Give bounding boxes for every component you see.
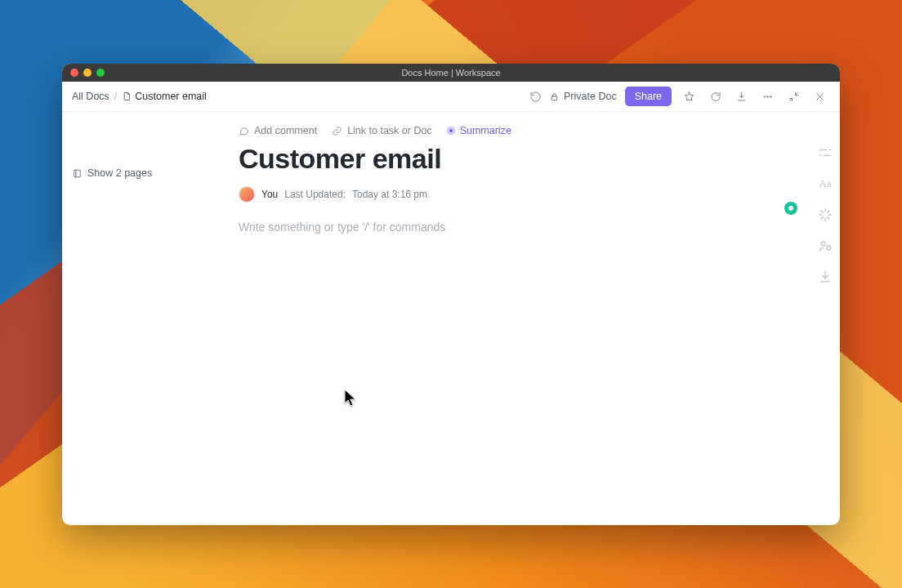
doc-actions: Add comment Link to task or Doc Summariz…: [239, 125, 807, 136]
svg-rect-0: [551, 96, 557, 100]
close-button[interactable]: [809, 86, 830, 107]
doc-meta: You Last Updated: Today at 3:16 pm: [239, 186, 807, 203]
share-button[interactable]: Share: [625, 87, 672, 106]
more-button[interactable]: [757, 86, 778, 107]
toolbar: All Docs / Customer email Private Doc Sh…: [62, 82, 840, 112]
add-comment-label: Add comment: [254, 125, 317, 136]
traffic-lights: [62, 69, 105, 77]
doc-title[interactable]: Customer email: [239, 143, 807, 175]
last-updated-value: Today at 3:16 pm: [352, 189, 427, 200]
doc-icon: [122, 91, 132, 101]
svg-point-2: [766, 96, 768, 97]
show-pages-label: Show 2 pages: [87, 167, 152, 179]
app-window: Docs Home | Workspace All Docs / Custome…: [62, 64, 840, 525]
collapse-button[interactable]: [783, 86, 804, 107]
rail-share-icon[interactable]: [817, 238, 833, 254]
svg-rect-4: [74, 170, 81, 177]
history-button[interactable]: [525, 86, 546, 107]
add-comment-button[interactable]: Add comment: [239, 125, 317, 136]
comments-button[interactable]: [704, 86, 726, 107]
summarize-button[interactable]: Summarize: [447, 125, 511, 136]
privacy-label: Private Doc: [564, 91, 617, 102]
comment-icon: [239, 126, 249, 136]
svg-point-3: [770, 96, 771, 97]
doc-main: Add comment Link to task or Doc Summariz…: [230, 112, 840, 525]
show-pages-toggle[interactable]: Show 2 pages: [72, 164, 221, 182]
summarize-label: Summarize: [460, 125, 511, 136]
doc-editor[interactable]: [239, 220, 807, 384]
privacy-indicator[interactable]: Private Doc: [549, 91, 617, 102]
author-avatar[interactable]: [239, 186, 255, 203]
window-title: Docs Home | Workspace: [62, 68, 840, 78]
favorite-button[interactable]: [678, 86, 699, 107]
rail-ai-icon[interactable]: [817, 207, 833, 223]
link-task-button[interactable]: Link to task or Doc: [332, 125, 432, 136]
svg-point-5: [821, 242, 825, 246]
doc-body: Show 2 pages Add comment Link to task or…: [62, 112, 840, 525]
window-minimize-button[interactable]: [83, 69, 92, 77]
last-updated-label: Last Updated:: [284, 189, 346, 200]
sidebar: Show 2 pages: [62, 112, 230, 525]
titlebar: Docs Home | Workspace: [62, 64, 840, 82]
svg-point-1: [763, 96, 765, 97]
breadcrumb-root[interactable]: All Docs: [72, 91, 109, 102]
window-zoom-button[interactable]: [96, 69, 105, 77]
window-close-button[interactable]: [70, 69, 78, 77]
pages-icon: [72, 168, 83, 179]
download-button[interactable]: [730, 86, 752, 107]
link-task-label: Link to task or Doc: [347, 125, 432, 136]
right-rail: Aa: [817, 145, 833, 285]
rail-settings-icon[interactable]: [817, 145, 833, 161]
ai-icon: [447, 127, 455, 135]
lock-icon: [549, 91, 560, 102]
rail-export-icon[interactable]: [817, 269, 833, 285]
svg-point-6: [827, 246, 831, 250]
breadcrumb-separator: /: [114, 91, 117, 102]
grammarly-badge[interactable]: [784, 202, 797, 215]
breadcrumb-current: Customer email: [135, 91, 207, 102]
author-name: You: [261, 189, 278, 200]
rail-typography-icon[interactable]: Aa: [817, 176, 833, 192]
link-icon: [332, 126, 342, 136]
